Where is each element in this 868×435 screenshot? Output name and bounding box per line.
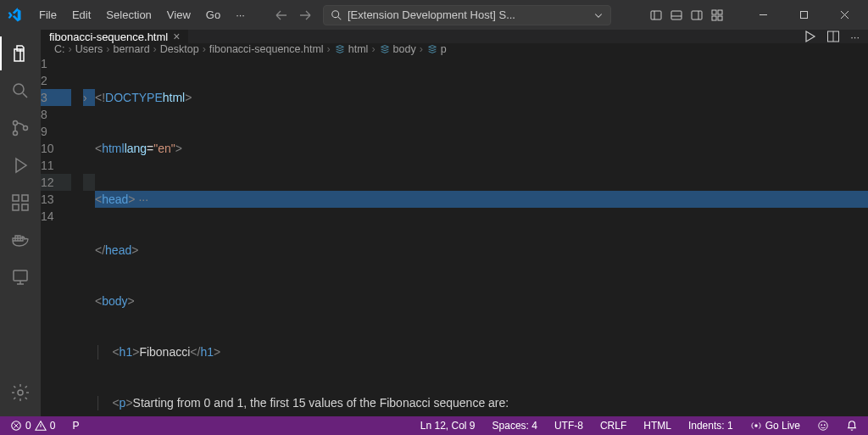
svg-rect-2 (671, 11, 682, 20)
status-context[interactable]: P (69, 420, 82, 432)
status-feedback-icon[interactable] (814, 420, 832, 432)
menu-edit[interactable]: Edit (65, 5, 97, 25)
svg-point-22 (819, 421, 828, 431)
svg-point-9 (14, 84, 24, 94)
activity-docker[interactable] (0, 223, 41, 257)
svg-rect-6 (712, 16, 716, 20)
breadcrumb-item[interactable]: fibonacci-sequence.html (209, 43, 324, 55)
nav-back-icon[interactable] (272, 6, 291, 25)
svg-point-21 (754, 424, 758, 427)
svg-point-23 (821, 424, 822, 426)
fold-icon[interactable]: › (83, 89, 95, 106)
svg-point-0 (332, 10, 339, 17)
layout-right-icon[interactable] (688, 7, 705, 24)
menu-view[interactable]: View (160, 5, 198, 25)
fold-column: › (83, 55, 95, 416)
svg-point-10 (14, 121, 18, 125)
activity-settings[interactable] (0, 376, 41, 410)
svg-point-18 (18, 390, 23, 395)
editor[interactable]: 1 2 3 8 9 10 11 12 13 14 › <!DOCTYPE htm… (41, 55, 868, 416)
status-indents[interactable]: Indents: 1 (685, 420, 737, 432)
split-editor-icon[interactable] (826, 30, 840, 43)
titlebar-right (648, 3, 861, 27)
menu-go[interactable]: Go (199, 5, 227, 25)
window-maximize[interactable] (787, 3, 821, 27)
nav-forward-icon[interactable] (296, 6, 314, 25)
menu-file[interactable]: File (32, 5, 64, 25)
activity-scm[interactable] (0, 111, 41, 145)
tab-actions: ··· (794, 30, 868, 43)
titlebar: File Edit Selection View Go ··· [Extensi… (0, 0, 868, 30)
warning-icon (35, 420, 47, 432)
svg-rect-7 (718, 16, 722, 20)
code-content[interactable]: <!DOCTYPE html> <html lang="en"> <head> … (95, 55, 868, 416)
activity-bar (0, 30, 41, 416)
status-bell-icon[interactable] (843, 420, 861, 432)
status-errors[interactable]: 0 0 (7, 420, 58, 432)
tab-label: fibonacci-sequence.html (49, 31, 168, 43)
menu-bar: File Edit Selection View Go ··· (32, 5, 252, 25)
layout-left-icon[interactable] (648, 7, 665, 24)
more-icon[interactable]: ··· (850, 31, 860, 43)
breadcrumb-item[interactable]: C: (54, 43, 65, 55)
breadcrumb-symbol[interactable]: html (334, 43, 369, 55)
activity-debug[interactable] (0, 148, 41, 182)
window-close[interactable] (827, 3, 861, 27)
status-lncol[interactable]: Ln 12, Col 9 (417, 420, 479, 432)
svg-rect-15 (22, 204, 28, 210)
command-center-text: [Extension Development Host] S... (348, 8, 515, 21)
svg-rect-16 (22, 195, 28, 201)
status-language[interactable]: HTML (640, 420, 675, 432)
chevron-down-icon (593, 10, 604, 20)
error-icon (10, 420, 22, 432)
editor-group: fibonacci-sequence.html × ··· C:› Users›… (41, 30, 868, 416)
broadcast-icon (750, 420, 762, 432)
svg-rect-8 (800, 12, 807, 19)
status-eol[interactable]: CRLF (597, 420, 630, 432)
svg-rect-4 (712, 10, 716, 14)
run-icon[interactable] (803, 30, 816, 43)
breadcrumb-item[interactable]: bernard (114, 43, 150, 55)
activity-explorer[interactable] (0, 36, 41, 70)
line-numbers: 1 2 3 8 9 10 11 12 13 14 (41, 55, 83, 416)
activity-remote[interactable] (0, 260, 41, 294)
menu-more[interactable]: ··· (229, 5, 252, 25)
activity-search[interactable] (0, 74, 41, 108)
svg-rect-14 (13, 204, 19, 210)
status-golive[interactable]: Go Live (747, 420, 804, 432)
breadcrumb-symbol[interactable]: p (426, 43, 447, 55)
main: fibonacci-sequence.html × ··· C:› Users›… (0, 30, 868, 416)
layout-controls (648, 7, 726, 24)
vscode-logo-icon (7, 8, 22, 23)
tabs: fibonacci-sequence.html × ··· (41, 30, 868, 43)
status-bar: 0 0 P Ln 12, Col 9 Spaces: 4 UTF-8 CRLF … (0, 416, 868, 435)
svg-rect-3 (692, 11, 702, 20)
tab-close-icon[interactable]: × (173, 30, 180, 43)
status-encoding[interactable]: UTF-8 (551, 420, 587, 432)
window-minimize[interactable] (746, 3, 780, 27)
svg-point-24 (824, 424, 826, 426)
svg-point-12 (24, 126, 28, 131)
activity-extensions[interactable] (0, 186, 41, 220)
svg-rect-5 (718, 10, 722, 14)
tab-file[interactable]: fibonacci-sequence.html × (41, 30, 189, 43)
svg-rect-1 (651, 11, 661, 20)
command-center[interactable]: [Extension Development Host] S... (323, 5, 611, 25)
breadcrumb-item[interactable]: Desktop (160, 43, 199, 55)
svg-rect-13 (13, 195, 19, 201)
search-icon (331, 9, 342, 21)
svg-point-11 (14, 131, 18, 136)
nav-controls (272, 6, 314, 25)
breadcrumb-item[interactable]: Users (75, 43, 103, 55)
svg-rect-17 (14, 270, 27, 281)
breadcrumbs[interactable]: C:› Users› bernard› Desktop› fibonacci-s… (41, 43, 868, 55)
layout-customize-icon[interactable] (709, 7, 726, 24)
breadcrumb-symbol[interactable]: body (379, 43, 416, 55)
menu-selection[interactable]: Selection (99, 5, 158, 25)
status-spaces[interactable]: Spaces: 4 (489, 420, 541, 432)
layout-bottom-icon[interactable] (668, 7, 685, 24)
